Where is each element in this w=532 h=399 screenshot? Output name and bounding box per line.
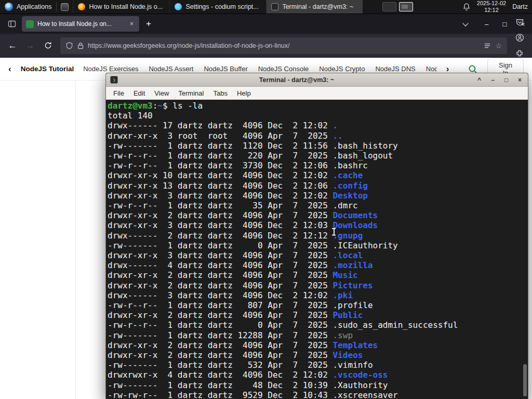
terminal-line: drwx------ 4 dartz dartz 4096 Apr 7 2025… — [108, 260, 528, 270]
site-nav-link[interactable]: NodeJS Exercises — [83, 65, 138, 73]
site-nav-links: NodeJS ExercisesNodeJS AssertNodeJS Buff… — [83, 65, 437, 73]
terminal-line: -rw------- 1 dartz dartz 12288 Apr 7 202… — [108, 330, 528, 340]
reload-icon — [44, 42, 52, 49]
terminal-titlebar[interactable]: Terminal - dartz@vm3: ~ ^ – □ × — [106, 73, 528, 87]
url-bar[interactable]: https://www.geeksforgeeks.org/node-js/in… — [60, 37, 507, 54]
terminal-window-controls: ^ – □ × — [475, 76, 524, 84]
panel-separator — [56, 2, 57, 11]
panel-tray: 2025-12-02 12:12 Dartz — [462, 0, 532, 14]
pocket-button[interactable] — [511, 15, 528, 30]
terminal-close-button[interactable]: × — [516, 76, 524, 84]
tab-bar: How to Install Node.js on... × + – □ × — [0, 14, 532, 34]
taskbar-button-terminal[interactable]: Terminal - dartz@vm3: ~ — [266, 0, 363, 14]
terminal-menu-edit[interactable]: Edit — [129, 88, 150, 98]
browser-tab[interactable]: How to Install Node.js on... × — [22, 16, 139, 32]
terminal-line: drwxr-xr-x 2 dartz dartz 4096 Apr 7 2025… — [108, 340, 528, 350]
clock-time: 12:12 — [477, 7, 506, 14]
terminal-line: total 140 — [108, 111, 528, 121]
workspace-2[interactable] — [399, 2, 413, 11]
terminal-shade-button[interactable]: ^ — [475, 76, 483, 84]
terminal-line: -rw-r--r-- 1 dartz dartz 807 Apr 7 2025 … — [108, 300, 528, 310]
reader-mode-icon[interactable] — [484, 42, 491, 49]
terminal-output: dartz@vm3:~$ ls -latotal 140drwx------ 1… — [106, 100, 528, 399]
taskbar-button-label: Terminal - dartz@vm3: ~ — [282, 3, 353, 10]
launcher-icon[interactable] — [61, 3, 69, 11]
user-menu[interactable]: Dartz — [512, 3, 528, 10]
terminal-scrollbar-thumb[interactable] — [523, 364, 527, 396]
terminal-line: -rw------- 1 dartz dartz 532 Apr 7 2025 … — [108, 360, 528, 370]
applications-menu-label: Applications — [17, 3, 51, 10]
padlock-icon[interactable] — [77, 42, 84, 49]
firefox-icon — [78, 3, 85, 10]
back-button[interactable]: ← — [4, 38, 21, 54]
terminal-body[interactable]: dartz@vm3:~$ ls -latotal 140drwx------ 1… — [106, 100, 528, 399]
codium-icon — [175, 3, 182, 10]
browser-toolbar: ← → https://www.geeksforgeeks.org/node-j… — [0, 34, 532, 58]
terminal-line: drwxr-xr-x 13 dartz dartz 4096 Dec 2 12:… — [108, 181, 528, 191]
terminal-icon — [271, 3, 278, 10]
terminal-line: drwxr-xr-x 3 dartz dartz 4096 Dec 2 12:0… — [108, 191, 528, 201]
terminal-minimize-button[interactable]: – — [489, 76, 497, 84]
text-cursor-icon — [331, 228, 336, 236]
browser-minimize-button[interactable]: – — [477, 14, 496, 34]
firefox-view-button[interactable] — [4, 17, 20, 31]
terminal-menu-help[interactable]: Help — [232, 88, 256, 98]
notification-bell-icon[interactable] — [462, 3, 471, 11]
terminal-line: drwx------ 17 dartz dartz 4096 Dec 2 12:… — [108, 121, 528, 130]
workspace-1[interactable] — [382, 2, 396, 11]
terminal-maximize-button[interactable]: □ — [502, 76, 510, 84]
pocket-icon — [515, 18, 524, 26]
terminal-line: -rw-r--r-- 1 dartz dartz 3730 Dec 2 12:0… — [108, 161, 528, 170]
applications-menu[interactable]: Applications — [0, 0, 56, 14]
workspace-pager — [382, 2, 413, 11]
site-nav-link[interactable]: Node — [426, 65, 437, 73]
terminal-line: drwxr-xr-x 10 dartz dartz 4096 Dec 2 12:… — [108, 170, 528, 180]
reload-button[interactable] — [39, 38, 56, 54]
terminal-line: -rw------- 1 dartz dartz 48 Dec 2 10:39 … — [108, 380, 528, 390]
terminal-line: -rw-r--r-- 1 dartz dartz 0 Apr 7 2025 .s… — [108, 320, 528, 330]
terminal-menu-view[interactable]: View — [150, 88, 174, 98]
taskbar-button-firefox[interactable]: How to Install Node.js o... — [73, 0, 169, 14]
bookmark-star-icon[interactable]: ☆ — [495, 42, 502, 50]
terminal-line: -rw------- 1 dartz dartz 0 Apr 7 2025 .I… — [108, 241, 528, 250]
terminal-line: drwxr-xr-x 2 dartz dartz 4096 Apr 7 2025… — [108, 310, 528, 320]
terminal-line: -rw------- 1 dartz dartz 1120 Dec 2 11:5… — [108, 141, 528, 151]
tab-title: How to Install Node.js on... — [37, 20, 125, 28]
taskbar-button-label: Settings - codium script... — [185, 3, 258, 10]
terminal-line: drwx------ 2 dartz dartz 4096 Dec 2 12:1… — [108, 231, 528, 241]
site-nav-link[interactable]: NodeJS Assert — [149, 65, 193, 73]
terminal-window: Terminal - dartz@vm3: ~ ^ – □ × FileEdit… — [105, 73, 528, 399]
terminal-menu-terminal[interactable]: Terminal — [174, 88, 208, 98]
top-panel: Applications How to Install Node.js o...… — [0, 0, 532, 14]
terminal-line: -rw-r--r-- 1 dartz dartz 35 Apr 7 2025 .… — [108, 201, 528, 210]
list-all-tabs-icon[interactable] — [462, 20, 469, 28]
terminal-line: drwxr-xr-x 3 dartz dartz 4096 Apr 7 2025… — [108, 250, 528, 260]
tab-favicon — [26, 20, 34, 28]
terminal-line: drwxr-xr-x 2 dartz dartz 4096 Apr 7 2025… — [108, 210, 528, 220]
terminal-menu-file[interactable]: File — [109, 88, 129, 98]
site-nav-link[interactable]: NodeJS Buffer — [204, 65, 247, 73]
taskbar-button-codium[interactable]: Settings - codium script... — [169, 0, 266, 14]
tab-close-icon[interactable]: × — [128, 20, 135, 28]
site-nav-link[interactable]: NodeJS Console — [258, 65, 309, 73]
site-nav-primary-link[interactable]: NodeJS Tutorial — [21, 65, 74, 73]
terminal-line: -rw-rw-r-- 1 dartz dartz 9529 Dec 2 10:4… — [108, 390, 528, 399]
site-nav-link[interactable]: NodeJS Crypto — [319, 65, 365, 73]
terminal-menubar: FileEditViewTerminalTabsHelp — [106, 87, 528, 100]
site-nav-prev-icon[interactable]: ‹ — [8, 64, 11, 74]
applications-menu-icon — [5, 3, 13, 11]
terminal-menu-tabs[interactable]: Tabs — [208, 88, 232, 98]
extensions-puzzle-icon — [515, 49, 524, 58]
panel-clock[interactable]: 2025-12-02 12:12 — [477, 0, 506, 14]
site-nav-link[interactable]: NodeJS DNS — [375, 65, 415, 73]
terminal-line: drwxr-xr-x 2 dartz dartz 4096 Apr 7 2025… — [108, 350, 528, 360]
account-button[interactable] — [511, 30, 528, 46]
forward-button[interactable]: → — [22, 38, 38, 54]
account-icon — [515, 33, 524, 42]
new-tab-button[interactable]: + — [141, 17, 156, 31]
terminal-line: -rw-r--r-- 1 dartz dartz 220 Apr 7 2025 … — [108, 151, 528, 161]
tracking-protection-shield-icon[interactable] — [65, 42, 73, 50]
terminal-line: drwxrwxr-x 4 dartz dartz 4096 Dec 2 12:0… — [108, 370, 528, 380]
firefox-view-icon — [8, 20, 16, 28]
terminal-line: drwxr-xr-x 2 dartz dartz 4096 Apr 7 2025… — [108, 281, 528, 290]
